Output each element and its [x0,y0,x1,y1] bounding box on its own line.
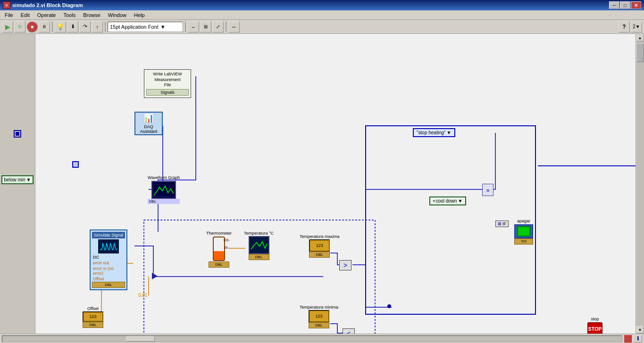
help-button[interactable]: ? [619,21,630,33]
below-min-arrow: ▼ [26,177,31,182]
simulate-signal-block[interactable]: Simulate Signal DC error out error in (n… [90,229,127,290]
thermometer-dbl: DBL [209,261,229,268]
temperatura-maxima-label: Temperatura maxima [300,234,340,239]
scroll-up-button[interactable]: ▲ [636,34,644,41]
waveform-display [151,181,176,199]
thermometer-display: 100- 50- [213,237,225,261]
stop-heating-label: "stop heating" [417,130,446,135]
cool-down-control[interactable]: • cool down ▼ [429,196,466,205]
step-out-button[interactable]: ↑ [92,21,103,33]
font-dropdown-icon: ▼ [160,24,166,30]
temperatura-maxima-value[interactable]: 123 [309,239,330,252]
align-button[interactable]: ⫠ [188,21,199,33]
merge-node[interactable]: » [482,184,493,196]
pause-button[interactable]: ⏸ [39,21,50,33]
loop-iteration-terminal [14,130,21,138]
close-button[interactable]: ✕ [631,1,641,9]
stop-label: stop [591,317,599,321]
title-bar: V simulado 2.vi Block Diagram ─ □ ✕ [0,0,644,10]
offset-dbl: DBL [83,322,103,328]
menu-edit[interactable]: Edit [17,11,33,19]
stop-icon[interactable]: STOP [587,322,602,334]
step-over-button[interactable]: ↷ [79,21,91,33]
write-file-label: Write LabVIEWMeasurementFile [153,72,182,88]
temperatura-minima-block[interactable]: Temperatura minima 123 DBL [300,305,338,328]
temperatura-maxima-dbl: DBL [309,252,330,258]
offset-control[interactable]: Offset 123 DBL [83,306,103,328]
apagar-tf: TFI [514,238,533,245]
font-selector[interactable]: 15pt Application Font ▼ [108,22,183,32]
daq-icon: 📊 [143,113,154,123]
simulate-signal-offset: Offset [92,276,125,282]
write-file-block[interactable]: Write LabVIEWMeasurementFile Signals [144,69,191,98]
apagar-control[interactable]: apagar TFI [514,219,533,245]
write-file-signals: Signals [146,89,189,96]
scroll-down-button[interactable]: ▼ [636,326,644,334]
h-scroll-thumb[interactable] [126,336,155,342]
record-indicator [624,335,632,343]
scroll-track[interactable] [636,41,644,326]
daq-assistant-block[interactable]: 📊 DAQ Assistant [134,112,163,135]
temperatura-c-label: Temperatura °C [244,231,274,236]
apagar-label: apagar [517,219,530,223]
cool-down-label: cool down [436,198,457,204]
main-area: below min ▼ [0,34,644,334]
toolbar: ▶ ↻ ■ ⏸ 💡 ⬇ ↷ ↑ 15pt Application Font ▼ … [0,20,644,34]
temperatura-minima-dbl: DBL [309,322,329,328]
resize-button[interactable]: ⤢ [212,21,224,33]
stop-button-block[interactable]: stop STOP TFI [586,317,603,334]
block-diagram-canvas[interactable]: Write LabVIEWMeasurementFile Signals 📊 D… [35,34,636,334]
font-label: 15pt Application Font [110,24,159,30]
thermometer-label: Thermometer [206,231,232,236]
temperatura-c-block[interactable]: Temperatura °C DBL [244,231,274,260]
simulate-signal-preview [98,239,119,253]
waveform-graph-label: Waveform Graph [148,175,180,180]
app-icon: V [3,1,10,9]
step-into-button[interactable]: ⬇ [67,21,78,33]
offset-value[interactable]: 123 [83,311,103,322]
highlight-button[interactable]: 💡 [55,21,66,33]
temperatura-c-dbl: DBL [249,254,269,260]
below-min-control[interactable]: below min ▼ [1,175,34,184]
stop-heating-selector[interactable]: "stop heating" ▼ [413,128,455,137]
maximize-button[interactable]: □ [620,1,630,9]
run-button[interactable]: ▶ [2,21,13,33]
offset-label: Offset [87,306,99,311]
simulate-signal-error-out: error out [92,260,125,266]
if-node[interactable]: ⊠IF [495,220,509,227]
temperatura-minima-value[interactable]: 123 [309,310,329,322]
zoom-button[interactable]: 2▼ [631,21,642,33]
waveform-terminal: DBL [148,199,180,204]
menu-tools[interactable]: Tools [59,11,79,19]
reorder-button[interactable]: ↔ [228,21,240,33]
window-title: simulado 2.vi Block Diagram [12,2,83,8]
menu-operate[interactable]: Operate [33,11,60,19]
right-scrollbar[interactable]: ▲ ▼ [636,34,644,334]
menu-window[interactable]: Window [104,11,130,19]
temperatura-maxima-block[interactable]: Temperatura maxima 123 DBL [300,234,340,258]
run-continuous-button[interactable]: ↻ [14,21,25,33]
comparator-less[interactable]: < [343,328,355,334]
distribute-button[interactable]: ⊞ [200,21,211,33]
waveform-graph-block[interactable]: Waveform Graph DBL [148,175,180,204]
loop-counter-top [72,161,79,168]
apagar-led[interactable] [517,226,530,237]
scroll-thumb[interactable] [636,43,644,62]
separator-2 [105,22,106,32]
comparator-greater[interactable]: > [339,260,351,270]
simulate-signal-title: Simulate Signal [92,232,125,238]
menu-browse[interactable]: Browse [79,11,104,19]
add-node-1[interactable] [152,273,158,280]
svg-rect-0 [366,126,535,314]
horizontal-scrollbar[interactable] [2,335,622,342]
menu-file[interactable]: File [1,11,17,19]
daq-label: DAQ Assistant [135,124,162,134]
sidebar: below min ▼ [0,34,35,334]
thermometer-block[interactable]: Thermometer 100- 50- DBL [206,231,232,268]
separator-4 [226,22,226,32]
abort-button[interactable]: ■ [26,21,38,33]
temperatura-c-display [249,236,269,254]
wire-junction [387,304,391,308]
menu-help[interactable]: Help [130,11,149,19]
minimize-button[interactable]: ─ [609,1,619,9]
